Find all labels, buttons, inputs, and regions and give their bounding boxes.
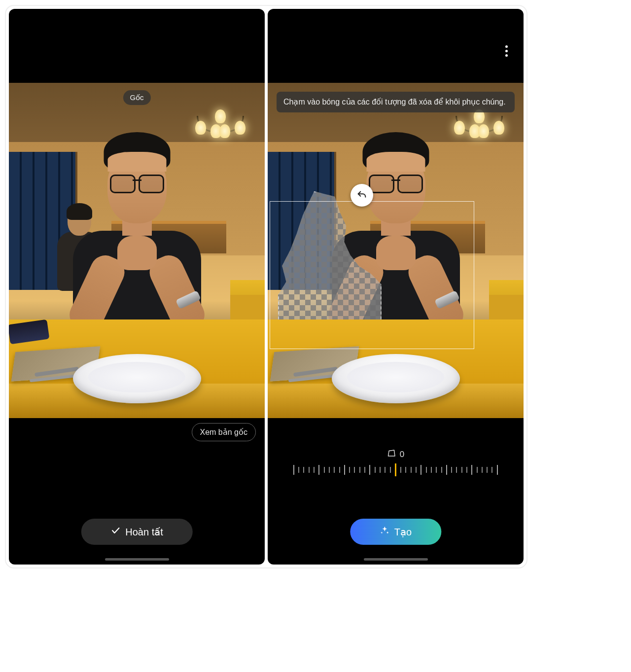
done-button-label: Hoàn tất	[125, 526, 163, 538]
undo-button[interactable]	[351, 184, 373, 207]
home-indicator	[105, 558, 169, 561]
phone-screen-left: Gốc Xem bản gốc Hoàn tất	[9, 9, 265, 565]
create-button-label: Tạo	[394, 526, 412, 538]
home-indicator	[364, 558, 428, 561]
more-options-button[interactable]	[499, 43, 514, 58]
undo-icon	[356, 190, 367, 201]
create-button[interactable]: Tạo	[350, 519, 441, 545]
slider-value: 0	[400, 450, 404, 460]
chandelier-graphic	[198, 98, 243, 142]
phone-screen-right: Chạm vào bóng của các đối tượng đã xóa đ…	[268, 9, 524, 565]
comparison-frame: Gốc Xem bản gốc Hoàn tất	[5, 5, 527, 568]
bottom-toolbar-right: 0 Tạo	[268, 418, 524, 565]
restore-tooltip: Chạm vào bóng của các đối tượng đã xóa đ…	[277, 92, 515, 112]
check-icon	[110, 526, 120, 538]
photo-canvas-editing[interactable]	[268, 83, 524, 418]
view-original-button[interactable]: Xem bản gốc	[192, 423, 256, 441]
subject-person	[68, 152, 206, 334]
photo-canvas-original[interactable]	[9, 83, 265, 418]
original-chip: Gốc	[123, 90, 150, 105]
done-button[interactable]: Hoàn tất	[81, 519, 192, 545]
sparkle-icon	[380, 526, 389, 538]
bottom-toolbar-left: Xem bản gốc Hoàn tất	[9, 418, 265, 565]
adjust-slider[interactable]: 0	[293, 462, 498, 477]
perspective-icon	[387, 449, 396, 460]
